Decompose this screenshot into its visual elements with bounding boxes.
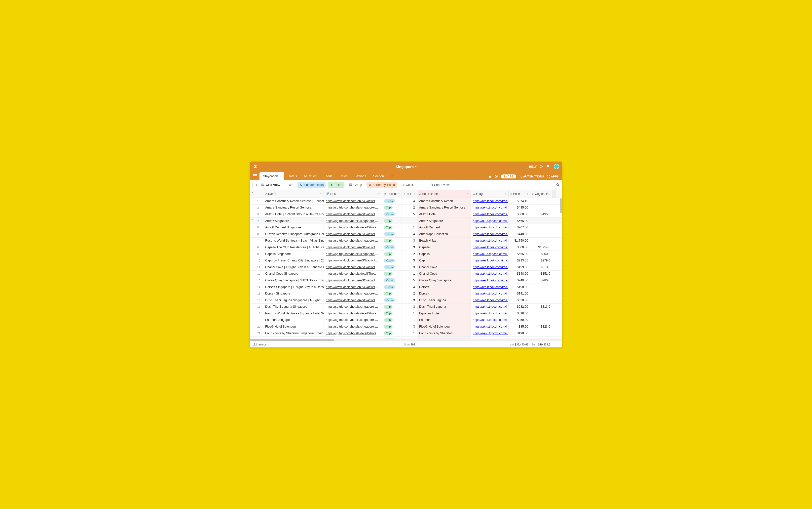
cell-provider[interactable]: Klook — [382, 257, 402, 264]
add-table-button[interactable] — [389, 173, 395, 179]
column-header-original-price[interactable]: $Original P... — [530, 190, 552, 198]
cell-price[interactable]: $359.00 — [509, 317, 530, 324]
row-checkbox[interactable] — [250, 224, 255, 231]
cell-link[interactable]: https://sg.trip.com/hotels/detail/?hotel… — [324, 310, 382, 317]
cell-image[interactable]: https://res.klook.com/ima... — [471, 257, 509, 264]
cell-provider[interactable]: Trip — [382, 251, 402, 257]
tab-staycation[interactable]: Staycation▾ — [259, 172, 284, 180]
cell-tier[interactable]: 1 — [402, 224, 417, 231]
cell-provider[interactable]: Klook — [382, 277, 402, 283]
cell-name[interactable]: Clarke Quay Singapore | 3D2N Stay at Stu… — [263, 277, 324, 283]
cell-original-price[interactable] — [530, 231, 552, 237]
history-icon[interactable] — [495, 175, 498, 178]
cell-link[interactable]: https://sg.trip.com/hotels/singapore-hot… — [324, 304, 382, 310]
cell-tier[interactable]: 5 — [402, 277, 417, 283]
sidebar-toggle-icon[interactable] — [252, 182, 258, 188]
cell-image[interactable]: https://ak-d.tripcdn.com/i... — [471, 224, 509, 231]
cell-link[interactable]: https://www.klook.com/en-SG/activity/517… — [324, 211, 382, 217]
tab-activities[interactable]: Activities — [300, 172, 320, 180]
column-header-link[interactable]: 🔗Link▾ — [324, 190, 382, 198]
cell-name[interactable]: Four Points by Sheraton Singapore, River… — [263, 330, 324, 337]
row-checkbox[interactable] — [250, 304, 255, 310]
table-row[interactable]: 5Ascott Orchard Singaporehttps://sg.trip… — [250, 224, 562, 231]
cell-hotel[interactable]: Dorsett — [417, 290, 471, 297]
cell-provider[interactable]: Klook — [382, 244, 402, 250]
table-row[interactable]: 15Dorsett Singaporehttps://sg.trip.com/h… — [250, 290, 562, 297]
cell-price[interactable]: $330.00 — [509, 297, 530, 303]
cell-original-price[interactable]: $800.0 — [530, 251, 552, 257]
cell-hotel[interactable]: Andaz Singapore — [417, 218, 471, 224]
cell-tier[interactable]: 3 — [402, 238, 417, 244]
cell-name[interactable]: AMOY Hotel | 1-Night Stay in a Deluxe Ro… — [263, 211, 324, 217]
table-row[interactable]: 21Four Points by Sheraton Singapore, Riv… — [250, 330, 562, 337]
cell-hotel[interactable]: Autograph Collection — [417, 231, 471, 237]
table-row[interactable]: 2Amara Sanctuary Resort Sentosahttps://s… — [250, 205, 562, 211]
cell-tier[interactable]: 1 — [402, 310, 417, 317]
cell-hotel[interactable]: Capella — [417, 244, 471, 250]
cell-link[interactable]: https://sg.trip.com/hotels/singapore-hot… — [324, 205, 382, 211]
cell-tier[interactable]: 4 — [402, 198, 417, 204]
row-checkbox[interactable] — [250, 337, 255, 339]
cell-link[interactable]: https://www.klook.com/en-SG/activity/531… — [324, 277, 382, 283]
cell-hotel[interactable]: Capella — [417, 251, 471, 257]
row-checkbox[interactable] — [250, 277, 255, 283]
cell-tier[interactable]: 3 — [402, 304, 417, 310]
cell-provider[interactable]: Klook — [382, 297, 402, 303]
cell-tier[interactable] — [402, 218, 417, 224]
cell-tier[interactable]: 3 — [402, 297, 417, 303]
table-row[interactable]: ⤢Andaz Singaporehttps://sg.trip.com/hote… — [250, 218, 562, 225]
cell-provider[interactable]: Trip — [382, 238, 402, 244]
cell-image[interactable]: https://res.klook.com/ima... — [471, 337, 509, 339]
cell-original-price[interactable]: $123.0 — [530, 324, 552, 330]
cell-provider[interactable]: Trip — [382, 310, 402, 317]
table-row[interactable]: 22Four Seasons Hotel Singapore | 1-Night… — [250, 337, 562, 339]
cell-name[interactable]: Fairmont Singapore — [263, 317, 324, 324]
cell-link[interactable]: https://www.klook.com/en-SG/activity/514… — [324, 231, 382, 237]
cell-tier[interactable]: 2 — [402, 251, 417, 257]
cell-price[interactable]: $233.05 — [509, 257, 530, 264]
color-button[interactable]: Color — [399, 182, 415, 188]
cell-provider[interactable]: Trip — [382, 330, 402, 337]
cell-tier[interactable]: 3 — [402, 324, 417, 330]
cell-price[interactable]: $666.00 — [509, 251, 530, 257]
cell-hotel[interactable]: Dusit Thani Laguna — [417, 297, 471, 303]
cell-image[interactable]: https://res.klook.com/ima... — [471, 244, 509, 250]
table-row[interactable]: 6Duxton Reserve Singapore, Autograph Col… — [250, 231, 562, 238]
row-checkbox[interactable] — [250, 251, 255, 257]
cell-original-price[interactable] — [530, 310, 552, 317]
tab-foods[interactable]: Foods — [320, 172, 336, 180]
app-logo-icon[interactable] — [253, 164, 258, 169]
cell-provider[interactable]: Klook — [382, 337, 402, 339]
cell-hotel[interactable]: Changi Cove — [417, 271, 471, 277]
cell-original-price[interactable] — [530, 337, 552, 339]
cell-image[interactable]: https://ak-d.tripcdn.com/i... — [471, 304, 509, 310]
cell-price[interactable]: $282.00 — [509, 304, 530, 310]
view-menu-icon[interactable]: ⋯ — [283, 183, 286, 186]
row-checkbox[interactable] — [250, 297, 255, 303]
cell-link[interactable]: https://sg.trip.com/hotels/singapore-hot… — [324, 324, 382, 330]
cell-tier[interactable]: 2 — [402, 290, 417, 297]
cell-price[interactable]: $565.00 — [509, 218, 530, 224]
cell-original-price[interactable] — [530, 290, 552, 297]
cell-name[interactable]: Dusit Thani Laguna Singapore — [263, 304, 324, 310]
cell-price[interactable]: $240.00 — [509, 277, 530, 283]
cell-hotel[interactable]: Four Seasons Hotel — [417, 337, 471, 339]
cell-link[interactable]: https://sg.trip.com/hotels/singapore-hot… — [324, 238, 382, 244]
cell-name[interactable]: Capella Singapore — [263, 251, 324, 257]
cell-image[interactable]: https://ak-d.tripcdn.com/i... — [471, 324, 509, 330]
sort-button[interactable]: Sorted by 1 field — [367, 182, 397, 188]
cell-provider[interactable]: Trip — [382, 224, 402, 231]
filter-button[interactable]: 1 filter — [328, 182, 344, 188]
share-view-button[interactable]: Share view — [428, 182, 451, 188]
row-checkbox[interactable] — [250, 324, 255, 330]
cell-price[interactable]: $374.19 — [509, 198, 530, 204]
row-checkbox[interactable] — [250, 310, 255, 317]
cell-hotel[interactable]: Dorsett — [417, 284, 471, 290]
cell-hotel[interactable]: Equarius Hotel — [417, 310, 471, 317]
row-checkbox[interactable] — [250, 290, 255, 297]
cell-original-price[interactable]: $313.0 — [530, 304, 552, 310]
cell-tier[interactable]: 1 — [402, 317, 417, 324]
view-picker[interactable]: Grid view — [261, 183, 280, 186]
cell-price[interactable]: $85.00 — [509, 324, 530, 330]
cell-image[interactable]: https://ak-d.tripcdn.com/i... — [471, 218, 509, 224]
